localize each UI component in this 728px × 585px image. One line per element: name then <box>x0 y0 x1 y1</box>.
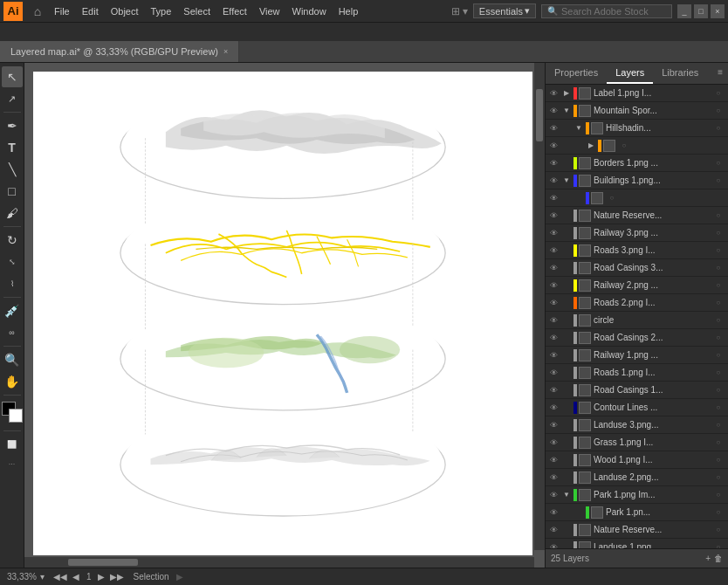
menu-effect[interactable]: Effect <box>217 4 252 18</box>
layer-target-button[interactable]: ○ <box>712 264 725 272</box>
close-button[interactable]: × <box>711 4 725 18</box>
layer-visibility-toggle[interactable]: 👁 <box>546 176 561 185</box>
text-tool[interactable]: T <box>2 137 23 158</box>
layer-visibility-toggle[interactable]: 👁 <box>546 211 561 220</box>
menu-window[interactable]: Window <box>287 4 332 18</box>
layer-target-button[interactable]: ○ <box>712 438 725 446</box>
layer-row[interactable]: 👁 ▶ Borders 1.png ... ○ <box>546 155 728 172</box>
layer-target-button[interactable]: ○ <box>712 124 725 132</box>
layer-visibility-toggle[interactable]: 👁 <box>546 141 561 150</box>
layer-visibility-toggle[interactable]: 👁 <box>546 473 561 482</box>
layer-row[interactable]: 👁 ▶ Road Casings 1... ○ <box>546 382 728 399</box>
layer-target-button[interactable]: ○ <box>712 473 725 481</box>
layers-panel[interactable]: 👁 ▶ Label 1.png I... ○ 👁 ▼ Mountain Spor… <box>546 85 728 548</box>
layer-target-button[interactable]: ○ <box>712 334 725 341</box>
layout-icon[interactable]: ⊞ ▾ <box>451 5 468 17</box>
color-boxes[interactable] <box>2 402 23 423</box>
layer-row[interactable]: 👁 ▶ Railway 1.png ... ○ <box>546 347 728 364</box>
layer-target-button[interactable]: ○ <box>712 107 725 114</box>
hand-tool[interactable]: ✋ <box>2 371 23 392</box>
layer-row[interactable]: 👁 ▶ Nature Reserve... ○ <box>546 207 728 224</box>
line-tool[interactable]: ╲ <box>2 159 23 180</box>
layer-visibility-toggle[interactable]: 👁 <box>546 107 561 115</box>
menu-file[interactable]: File <box>49 4 75 18</box>
delete-layer-button[interactable]: 🗑 <box>714 554 723 563</box>
layer-row[interactable]: 👁 ▼ Park 1.png Im... ○ <box>546 486 728 504</box>
layer-target-button[interactable]: ○ <box>712 368 725 376</box>
layer-visibility-toggle[interactable]: 👁 <box>546 491 561 499</box>
layer-row[interactable]: 👁 ▶ Road Casings 3... ○ <box>546 259 728 277</box>
layer-target-button[interactable]: ○ <box>618 141 630 149</box>
menu-edit[interactable]: Edit <box>77 4 104 18</box>
tab-close-button[interactable]: × <box>223 47 228 56</box>
maximize-button[interactable]: □ <box>694 4 708 18</box>
layer-visibility-toggle[interactable]: 👁 <box>546 334 561 342</box>
rotate-tool[interactable]: ↻ <box>2 230 23 251</box>
layer-target-button[interactable]: ○ <box>712 508 725 516</box>
zoom-dropdown[interactable]: ▾ <box>40 572 45 582</box>
workspace-selector[interactable]: Essentials ▾ <box>473 3 536 18</box>
layer-target-button[interactable]: ○ <box>712 176 725 184</box>
layer-row[interactable]: 👁 ▶ Nature Reserve... ○ <box>546 521 728 539</box>
layer-target-button[interactable]: ○ <box>712 456 725 464</box>
paintbrush-tool[interactable]: 🖌 <box>2 203 23 224</box>
layer-target-button[interactable]: ○ <box>712 299 725 306</box>
tab-properties[interactable]: Properties <box>546 63 607 84</box>
add-layer-button[interactable]: + <box>705 554 711 563</box>
search-input[interactable] <box>561 6 666 17</box>
layer-row[interactable]: 👁 ▶ Railway 3.png ... ○ <box>546 224 728 242</box>
panel-menu-button[interactable]: ≡ <box>712 63 728 84</box>
layer-expand-button[interactable]: ▼ <box>561 107 572 114</box>
rectangle-tool[interactable]: □ <box>2 181 23 202</box>
pen-tool[interactable]: ✒ <box>2 115 23 136</box>
layer-row[interactable]: 👁 ▼ Buildings 1.png... ○ <box>546 172 728 189</box>
layer-visibility-toggle[interactable]: 👁 <box>546 438 561 447</box>
layer-visibility-toggle[interactable]: 👁 <box>546 403 561 412</box>
layer-visibility-toggle[interactable]: 👁 <box>546 89 561 98</box>
layer-visibility-toggle[interactable]: 👁 <box>546 124 561 133</box>
layer-target-button[interactable]: ○ <box>712 421 725 429</box>
layer-target-button[interactable]: ○ <box>712 159 725 167</box>
layer-row[interactable]: 👁 ▼ Mountain Spor... ○ <box>546 102 728 120</box>
layer-expand-button[interactable]: ▼ <box>561 176 572 184</box>
menu-select[interactable]: Select <box>178 4 216 18</box>
tab-layers[interactable]: Layers <box>607 63 653 84</box>
layer-row[interactable]: 👁 ▶ Railway 2.png ... ○ <box>546 277 728 294</box>
layer-row[interactable]: 👁 ▶ Landuse 1.png... ○ <box>546 539 728 548</box>
scale-tool[interactable]: ⤡ <box>2 251 23 272</box>
layer-row[interactable]: 👁 ▶ Label 1.png I... ○ <box>546 85 728 102</box>
layer-expand-button[interactable]: ▼ <box>573 124 584 132</box>
layer-target-button[interactable]: ○ <box>606 194 618 202</box>
layer-row[interactable]: 👁 ▶ Contour Lines ... ○ <box>546 399 728 416</box>
selection-tool[interactable]: ↖ <box>2 66 23 87</box>
layer-visibility-toggle[interactable]: 👁 <box>546 421 561 430</box>
layer-row[interactable]: 👁 ▶ Wood 1.png I... ○ <box>546 451 728 469</box>
layer-target-button[interactable]: ○ <box>712 403 725 411</box>
layer-visibility-toggle[interactable]: 👁 <box>546 526 561 534</box>
layer-row[interactable]: 👁 ▼ Hillshadin... ○ <box>546 120 728 137</box>
layer-visibility-toggle[interactable]: 👁 <box>546 386 561 395</box>
menu-help[interactable]: Help <box>333 4 364 18</box>
zoom-tool[interactable]: 🔍 <box>2 349 23 370</box>
page-next-button[interactable]: ▶ <box>96 572 106 582</box>
layer-target-button[interactable]: ○ <box>712 89 725 97</box>
layer-target-button[interactable]: ○ <box>712 386 725 394</box>
layer-visibility-toggle[interactable]: 👁 <box>546 229 561 237</box>
layer-expand-button[interactable]: ▶ <box>586 141 596 149</box>
page-first-button[interactable]: ◀◀ <box>52 572 69 582</box>
layer-visibility-toggle[interactable]: 👁 <box>546 456 561 465</box>
layer-visibility-toggle[interactable]: 👁 <box>546 281 561 290</box>
layer-target-button[interactable]: ○ <box>712 526 725 533</box>
layer-expand-button[interactable]: ▶ <box>561 89 572 97</box>
layer-visibility-toggle[interactable]: 👁 <box>546 316 561 325</box>
page-last-button[interactable]: ▶▶ <box>108 572 126 582</box>
layer-visibility-toggle[interactable]: 👁 <box>546 194 561 203</box>
scrollbar-thumb-h[interactable] <box>68 559 138 566</box>
layer-row[interactable]: 👁 ▶ Roads 3.png I... ○ <box>546 242 728 259</box>
layer-expand-button[interactable]: ▼ <box>561 491 572 499</box>
canvas-area[interactable] <box>24 63 545 568</box>
page-prev-button[interactable]: ◀ <box>71 572 81 582</box>
layer-row[interactable]: 👁 ▶ Grass 1.png I... ○ <box>546 434 728 451</box>
layer-row[interactable]: 👁 ▶ Landuse 3.png... ○ <box>546 416 728 434</box>
layer-visibility-toggle[interactable]: 👁 <box>546 246 561 255</box>
